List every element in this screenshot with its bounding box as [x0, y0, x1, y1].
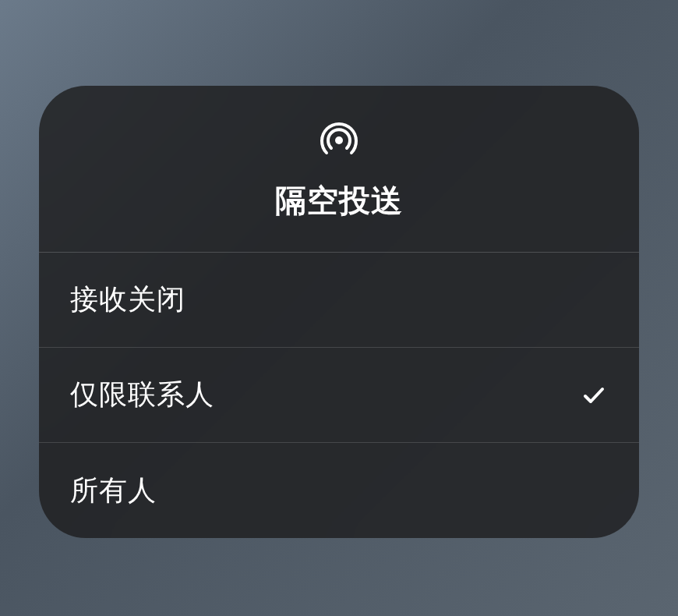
airdrop-panel: 隔空投送 接收关闭 仅限联系人 所有人	[39, 86, 639, 538]
option-label: 接收关闭	[70, 281, 185, 319]
option-receiving-off[interactable]: 接收关闭	[39, 253, 639, 348]
option-label: 所有人	[70, 472, 157, 510]
checkmark-icon	[580, 381, 608, 409]
option-contacts-only[interactable]: 仅限联系人	[39, 348, 639, 443]
panel-title: 隔空投送	[275, 179, 403, 222]
options-list: 接收关闭 仅限联系人 所有人	[39, 253, 639, 538]
option-everyone[interactable]: 所有人	[39, 443, 639, 538]
option-label: 仅限联系人	[70, 376, 214, 414]
svg-point-0	[335, 136, 343, 144]
panel-header: 隔空投送	[39, 86, 639, 253]
airdrop-icon	[316, 117, 362, 164]
